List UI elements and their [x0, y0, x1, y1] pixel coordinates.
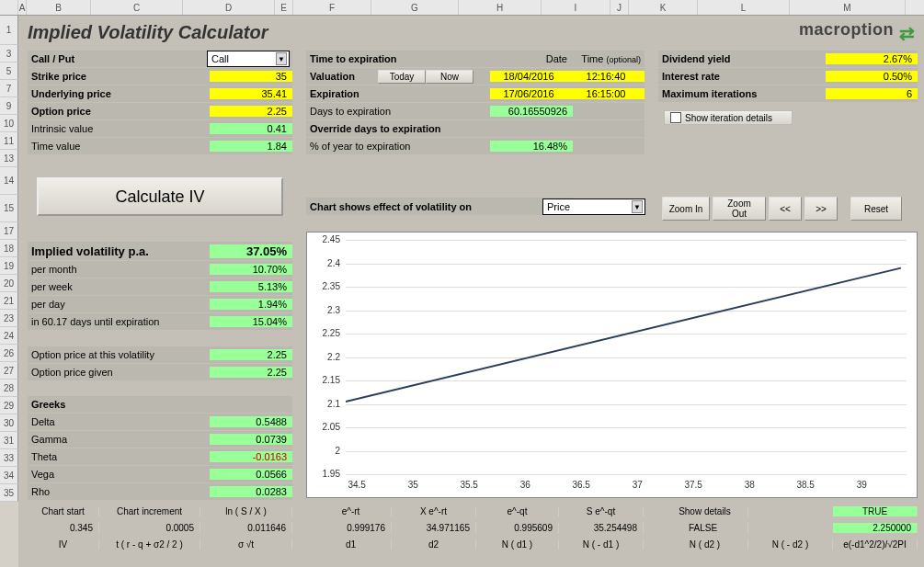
y-tick: 2.2 [313, 352, 340, 362]
expiration-date[interactable]: 17/06/2016 [490, 88, 573, 99]
col-H: H [459, 0, 542, 15]
rho-label: Rho [28, 486, 210, 497]
row-10: 10 [0, 115, 18, 132]
formula-cell: N ( - d2 ) [748, 539, 833, 550]
intrinsic-value: 0.41 [210, 123, 292, 134]
valuation-time[interactable]: 12:16:40 [573, 71, 645, 82]
col-G: G [371, 0, 459, 15]
x-tick: 35 [399, 480, 427, 490]
x-tick: 36 [511, 480, 539, 490]
date-header: Date [490, 53, 573, 64]
underlying-label: Underlying price [28, 88, 210, 99]
gamma-value: 0.0739 [210, 434, 292, 445]
row-29: 29 [0, 397, 18, 414]
timevalue-value: 1.84 [210, 141, 292, 152]
formula-cell: Chart increment [99, 506, 200, 516]
x-tick: 39 [848, 480, 875, 490]
expiration-time[interactable]: 16:15:00 [573, 88, 645, 99]
row-11: 11 [0, 132, 18, 150]
col-D: D [183, 0, 275, 15]
underlying-value[interactable]: 35.41 [210, 88, 292, 99]
call-put-dropdown[interactable]: Call ▼ [207, 51, 290, 67]
row-35: 35 [0, 484, 18, 502]
theta-value: -0.0163 [210, 451, 292, 462]
back-button[interactable]: << [769, 197, 802, 221]
show-iteration-checkbox[interactable]: Show iteration details [664, 110, 793, 125]
formula-cell: e^-qt [476, 506, 559, 516]
vega-label: Vega [28, 469, 210, 480]
intrinsic-label: Intrinsic value [28, 123, 210, 134]
chevron-down-icon: ▼ [276, 52, 287, 65]
price-given-value: 2.25 [210, 367, 292, 378]
chart-dropdown[interactable]: Price ▼ [542, 198, 645, 215]
max-iter-value[interactable]: 6 [826, 88, 918, 99]
strike-value[interactable]: 35 [210, 71, 292, 82]
reset-button[interactable]: Reset [850, 197, 902, 221]
int-rate-label: Interest rate [658, 71, 826, 82]
row-20: 20 [0, 275, 18, 292]
zoom-in-button[interactable]: Zoom In [662, 197, 710, 221]
row-23: 23 [0, 310, 18, 327]
int-rate-value[interactable]: 0.50% [826, 71, 918, 82]
iv-day-label: per day [28, 299, 210, 310]
row-21: 21 [0, 292, 18, 310]
row-18: 18 [0, 240, 18, 257]
formula-cell: FALSE [662, 523, 748, 533]
x-tick: 38 [736, 480, 763, 490]
formula-cell: 0.995609 [476, 523, 559, 533]
iv-exp-value: 15.04% [210, 316, 292, 327]
formula-cell: S e^-qt [559, 506, 644, 516]
now-button[interactable]: Now [426, 70, 473, 84]
iv-pa-value: 37.05% [210, 244, 292, 258]
y-tick: 2.25 [313, 328, 340, 338]
col-J: J [610, 0, 629, 15]
row-30: 30 [0, 414, 18, 432]
strike-label: Strike price [28, 71, 210, 82]
y-tick: 2.35 [313, 281, 340, 291]
calculate-iv-button[interactable]: Calculate IV [37, 177, 283, 216]
formula-cell: ln ( S / X ) [200, 506, 292, 516]
valuation-date[interactable]: 18/04/2016 [490, 71, 573, 82]
formula-cell: 0.011646 [200, 523, 292, 533]
today-button[interactable]: Today [378, 70, 426, 84]
y-tick: 2.45 [313, 234, 340, 244]
time-header: Time (optional) [573, 53, 645, 64]
iv-week-value: 5.13% [210, 281, 292, 292]
formula-cell: e^-rt [311, 506, 392, 516]
formula-cell: N ( - d1 ) [559, 539, 644, 550]
row-31: 31 [0, 432, 18, 449]
override-label: Override days to expiration [306, 123, 490, 134]
logo-icon: ⇄ [899, 23, 916, 43]
zoom-out-button[interactable]: Zoom Out [713, 197, 766, 221]
checkbox-icon [670, 112, 681, 123]
option-price-value[interactable]: 2.25 [210, 106, 292, 117]
formula-cell: 0.0005 [99, 523, 200, 533]
delta-label: Delta [28, 416, 210, 427]
formula-cell: N ( d1 ) [476, 539, 559, 550]
col-C: C [91, 0, 183, 15]
valuation-label: Valuation [306, 71, 378, 82]
row-1: 1 [0, 16, 18, 45]
x-tick: 37.5 [679, 480, 707, 490]
option-price-label: Option price [28, 106, 210, 117]
col-K: K [629, 0, 698, 15]
row-26: 26 [0, 345, 18, 362]
iv-month-value: 10.70% [210, 264, 292, 275]
pct-year-label: % of year to expiration [306, 141, 490, 152]
col-E: E [275, 0, 293, 15]
forward-button[interactable]: >> [804, 197, 838, 221]
row-17: 17 [0, 222, 18, 240]
gamma-label: Gamma [28, 434, 210, 445]
iv-pa-label: Implied volatility p.a. [28, 244, 210, 258]
col-I: I [542, 0, 610, 15]
row-13: 13 [0, 150, 18, 167]
div-yield-value[interactable]: 2.67% [826, 53, 918, 64]
col-L: L [698, 0, 790, 15]
y-tick: 2.05 [313, 422, 340, 432]
tte-label: Time to expiration [306, 53, 490, 64]
delta-value: 0.5488 [210, 416, 292, 427]
iv-week-label: per week [28, 281, 210, 292]
row-28: 28 [0, 380, 18, 397]
chart-effect-label: Chart shows effect of volatility on [306, 201, 542, 212]
x-tick: 36.5 [567, 480, 595, 490]
